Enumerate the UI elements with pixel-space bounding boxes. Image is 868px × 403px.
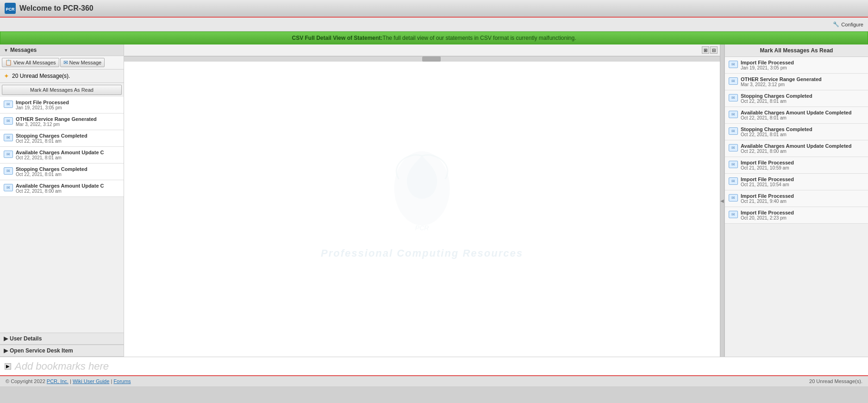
message-date: Mar 3, 2022, 3:12 pm bbox=[16, 122, 120, 127]
right-panel-messages-list[interactable]: ✉ Import File Processed Jan 19, 2021, 3:… bbox=[725, 57, 868, 357]
pcr-bird-logo: PCR bbox=[375, 142, 468, 247]
message-title: Import File Processed bbox=[741, 210, 864, 215]
alert-text: The full detail view of our statements i… bbox=[382, 35, 576, 41]
message-content: Stopping Charges Completed Oct 22, 2021,… bbox=[741, 93, 864, 104]
message-icon: ✉ bbox=[4, 167, 13, 175]
message-content: Available Charges Amount Update C Oct 22… bbox=[16, 183, 120, 194]
list-item[interactable]: ✉ Import File Processed Oct 21, 2021, 10… bbox=[725, 157, 868, 174]
footer-pcr-link[interactable]: PCR, Inc. bbox=[47, 378, 69, 384]
list-item[interactable]: ✉ Stopping Charges Completed Oct 22, 202… bbox=[725, 90, 868, 107]
message-content: Import File Processed Oct 21, 2021, 9:40… bbox=[741, 193, 864, 204]
message-icon: ✉ bbox=[729, 61, 738, 68]
center-content: ⊞ ⊟ PCR Professional Computing Resources bbox=[124, 44, 720, 357]
collapse-icon[interactable]: ⊟ bbox=[710, 46, 718, 54]
message-title: Available Charges Amount Update C bbox=[16, 183, 120, 189]
message-date: Oct 22, 2021, 8:00 am bbox=[741, 149, 864, 154]
message-content: Stopping Charges Completed Oct 22, 2021,… bbox=[16, 133, 120, 144]
message-title: Import File Processed bbox=[16, 100, 120, 105]
expand-icon[interactable]: ⊞ bbox=[702, 46, 709, 54]
message-content: Available Charges Amount Update C Oct 22… bbox=[16, 150, 120, 160]
list-item[interactable]: ✉ Import File Processed Oct 21, 2021, 9:… bbox=[725, 190, 868, 207]
list-item[interactable]: ✉ Import File Processed Oct 21, 2021, 10… bbox=[725, 174, 868, 190]
footer-wiki-link[interactable]: Wiki User Guide bbox=[73, 378, 109, 384]
message-title: OTHER Service Range Generated bbox=[741, 76, 864, 82]
message-icon: ✉ bbox=[729, 211, 738, 218]
message-icon: ✉ bbox=[4, 117, 13, 125]
message-icon: ✉ bbox=[729, 127, 738, 135]
messages-section-header[interactable]: ▼ Messages bbox=[0, 44, 124, 56]
main-layout: ▼ Messages 📋 View All Messages ✉ New Mes… bbox=[0, 44, 868, 357]
message-content: OTHER Service Range Generated Mar 3, 202… bbox=[16, 116, 120, 127]
message-date: Oct 22, 2021, 8:01 am bbox=[741, 132, 864, 137]
unread-count-row: ✦ 20 Unread Message(s). bbox=[0, 69, 124, 83]
message-title: Stopping Charges Completed bbox=[16, 133, 120, 139]
mark-all-read-button[interactable]: Mark All Messages As Read bbox=[2, 85, 122, 95]
list-item[interactable]: ✉ Available Charges Amount Update C Oct … bbox=[0, 180, 124, 197]
list-item[interactable]: ✉ Stopping Charges Completed Oct 22, 202… bbox=[0, 130, 124, 147]
center-horizontal-scrollbar[interactable] bbox=[124, 56, 720, 62]
message-title: Import File Processed bbox=[741, 176, 864, 182]
list-item[interactable]: ✉ OTHER Service Range Generated Mar 3, 2… bbox=[725, 74, 868, 90]
message-content: OTHER Service Range Generated Mar 3, 202… bbox=[741, 76, 864, 87]
app-logo: PCR bbox=[5, 3, 16, 14]
bookmarks-expand-button[interactable]: ▶ bbox=[5, 363, 11, 370]
right-panel-collapse-handle[interactable]: ◀ bbox=[720, 44, 724, 357]
view-all-messages-button[interactable]: 📋 View All Messages bbox=[2, 58, 59, 67]
messages-toolbar: 📋 View All Messages ✉ New Message bbox=[0, 56, 124, 69]
messages-list[interactable]: ✉ Import File Processed Jan 19, 2021, 3:… bbox=[0, 97, 124, 333]
configure-button[interactable]: 🔧 Configure bbox=[833, 21, 863, 27]
user-details-section[interactable]: ▶ User Details bbox=[0, 333, 124, 345]
message-icon: ✉ bbox=[4, 184, 13, 191]
message-icon: ✉ bbox=[729, 194, 738, 202]
list-item[interactable]: ✉ Stopping Charges Completed Oct 22, 202… bbox=[725, 124, 868, 140]
message-title: Import File Processed bbox=[741, 60, 864, 65]
bookmarks-placeholder: Add bookmarks here bbox=[15, 360, 109, 372]
message-date: Mar 3, 2022, 3:12 pm bbox=[741, 82, 864, 87]
list-item[interactable]: ✉ Import File Processed Oct 20, 2021, 2:… bbox=[725, 207, 868, 224]
list-item[interactable]: ✉ Available Charges Amount Update C Oct … bbox=[0, 147, 124, 164]
open-service-desk-label: Open Service Desk Item bbox=[10, 347, 73, 354]
list-item[interactable]: ✉ Stopping Charges Completed Oct 22, 202… bbox=[0, 164, 124, 180]
top-toolbar: 🔧 Configure bbox=[0, 18, 868, 31]
message-title: OTHER Service Range Generated bbox=[16, 116, 120, 122]
svg-point-2 bbox=[394, 151, 450, 226]
user-details-label: User Details bbox=[10, 335, 42, 342]
list-item[interactable]: ✉ Import File Processed Jan 19, 2021, 3:… bbox=[725, 57, 868, 74]
message-content: Available Charges Amount Update Complete… bbox=[741, 143, 864, 154]
message-content: Stopping Charges Completed Oct 22, 2021,… bbox=[16, 166, 120, 177]
alert-banner: CSV Full Detail View of Statement: The f… bbox=[0, 31, 868, 44]
list-item[interactable]: ✉ OTHER Service Range Generated Mar 3, 2… bbox=[0, 113, 124, 130]
message-title: Available Charges Amount Update Complete… bbox=[741, 110, 864, 115]
app-title: Welcome to PCR-360 bbox=[19, 4, 94, 13]
message-content: Available Charges Amount Update Complete… bbox=[741, 110, 864, 120]
svg-text:PCR: PCR bbox=[6, 7, 15, 12]
message-title: Stopping Charges Completed bbox=[741, 93, 864, 99]
message-date: Oct 22, 2021, 8:01 am bbox=[16, 139, 120, 144]
bookmarks-bar: ▶ Add bookmarks here bbox=[0, 357, 868, 375]
message-icon: ✉ bbox=[729, 144, 738, 151]
messages-section-label: Messages bbox=[10, 47, 37, 53]
message-icon: ✉ bbox=[729, 161, 738, 168]
message-date: Oct 22, 2021, 8:01 am bbox=[741, 115, 864, 120]
list-item[interactable]: ✉ Available Charges Amount Update Comple… bbox=[725, 140, 868, 157]
message-date: Oct 22, 2021, 8:01 am bbox=[741, 99, 864, 104]
open-service-desk-section[interactable]: ▶ Open Service Desk Item bbox=[0, 345, 124, 357]
message-date: Oct 22, 2021, 8:00 am bbox=[16, 189, 120, 194]
message-title: Available Charges Amount Update C bbox=[16, 150, 120, 155]
svg-text:PCR: PCR bbox=[415, 224, 429, 232]
new-message-icon: ✉ bbox=[63, 59, 68, 66]
content-toolbar: ⊞ ⊟ bbox=[124, 44, 720, 56]
message-date: Jan 19, 2021, 3:05 pm bbox=[16, 105, 120, 110]
right-panel-header[interactable]: Mark All Messages As Read bbox=[725, 44, 868, 57]
footer-unread: 20 Unread Message(s). bbox=[809, 378, 862, 384]
message-icon: ✉ bbox=[4, 151, 13, 158]
list-item[interactable]: ✉ Import File Processed Jan 19, 2021, 3:… bbox=[0, 97, 124, 113]
new-message-button[interactable]: ✉ New Message bbox=[60, 58, 105, 67]
right-panel: Mark All Messages As Read ✉ Import File … bbox=[724, 44, 868, 357]
message-content: Import File Processed Oct 21, 2021, 10:5… bbox=[741, 160, 864, 170]
message-date: Oct 21, 2021, 10:54 am bbox=[741, 182, 864, 187]
list-item[interactable]: ✉ Available Charges Amount Update Comple… bbox=[725, 107, 868, 124]
footer-forums-link[interactable]: Forums bbox=[113, 378, 131, 384]
message-icon: ✉ bbox=[729, 94, 738, 101]
message-title: Stopping Charges Completed bbox=[741, 126, 864, 132]
